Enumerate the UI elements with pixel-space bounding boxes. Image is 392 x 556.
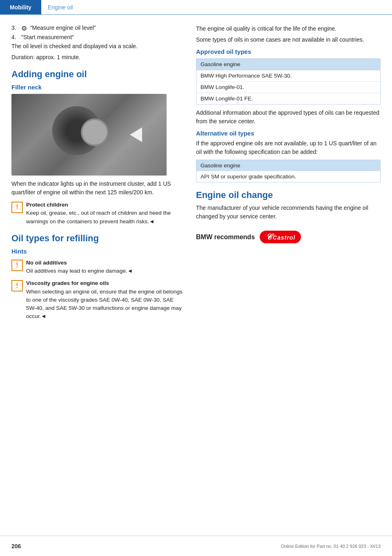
warning-icon-3: !: [11, 280, 23, 291]
body-text-2: Duration: approx. 1 minute.: [11, 53, 183, 62]
approved-footer-text: Additional information about the approve…: [196, 109, 381, 126]
step-3: 3. ⚙ "Measure engine oil level": [11, 24, 183, 32]
warning-title-1: Protect children: [26, 201, 183, 209]
approved-row-3: BMW Longlife-01 FE.: [196, 93, 380, 104]
filler-neck-heading: Filler neck: [11, 84, 183, 91]
approved-heading: Approved oil types: [196, 48, 381, 55]
bmw-recommends-section: BMW recommends 𝒞Castrol: [196, 231, 381, 243]
arrow-pointer: [130, 127, 142, 142]
intro-text-2: Some types of oils in some cases are not…: [196, 36, 381, 44]
engine-oil-change-heading: Engine oil change: [196, 190, 381, 200]
step-4-text: "Start measurement": [21, 34, 74, 40]
engine-change-text: The manufacturer of your vehicle recomme…: [196, 204, 381, 221]
bmw-recommends-label: BMW recommends: [196, 234, 255, 241]
alternative-heading: Alternative oil types: [196, 130, 381, 137]
step-4: 4. "Start measurement": [11, 34, 183, 40]
castrol-c-letter: 𝒞: [265, 232, 272, 241]
approved-table-header: Gasoline engine: [196, 59, 380, 70]
warning-box-1: ! Protect children Keep oil, grease, etc…: [11, 201, 183, 226]
step-3-text: "Measure engine oil level": [29, 24, 96, 31]
castrol-logo: 𝒞Castrol: [260, 231, 301, 243]
alt-table-header: Gasoline engine: [196, 160, 380, 171]
alt-row-1: API SM or superior grade specification.: [196, 171, 380, 182]
warning-text-2: No oil additives Oil additives may lead …: [26, 259, 133, 276]
page-number: 206: [11, 543, 21, 549]
warning-body-2: Oil additives may lead to engine damage.…: [26, 267, 133, 275]
approved-table: Gasoline engine BMW High Performance SAE…: [196, 58, 381, 105]
approved-row-2: BMW Longlife-01.: [196, 82, 380, 93]
warning-title-3: Viscosity grades for engine oils: [26, 279, 183, 287]
left-column: 3. ⚙ "Measure engine oil level" 4. "Star…: [11, 24, 183, 325]
intro-text-1: The engine oil quality is critical for t…: [196, 24, 381, 33]
step-3-icon: ⚙: [21, 24, 27, 32]
warning-title-2: No oil additives: [26, 259, 133, 267]
page-footer: 206 Online Edition for Part no. 01 40 2 …: [0, 536, 392, 556]
adding-engine-oil-heading: Adding engine oil: [11, 69, 183, 80]
step-3-num: 3.: [11, 24, 21, 31]
alternative-table: Gasoline engine API SM or superior grade…: [196, 160, 381, 182]
alternative-intro: If the approved engine oils are not avai…: [196, 139, 381, 156]
approved-row-1: BMW High Performance SAE 5W-30.: [196, 70, 380, 82]
warning-body-3: When selecting an engine oil, ensure tha…: [26, 288, 183, 321]
warning-box-3: ! Viscosity grades for engine oils When …: [11, 279, 183, 320]
indicator-text: When the indicator lights up in the inst…: [11, 180, 183, 197]
main-content: 3. ⚙ "Measure engine oil level" 4. "Star…: [0, 15, 392, 349]
warning-box-2: ! No oil additives Oil additives may lea…: [11, 259, 183, 276]
warning-text-1: Protect children Keep oil, grease, etc.,…: [26, 201, 183, 226]
warning-body-1: Keep oil, grease, etc., out of reach of …: [26, 209, 183, 226]
header-engine-oil: Engine oil: [41, 0, 80, 14]
header-mobility: Mobility: [0, 0, 41, 14]
engine-filler-image: [11, 94, 167, 176]
page-header: Mobility Engine oil: [0, 0, 392, 15]
warning-text-3: Viscosity grades for engine oils When se…: [26, 279, 183, 320]
step-4-num: 4.: [11, 34, 21, 40]
hints-heading: Hints: [11, 248, 183, 255]
oil-types-heading: Oil types for refilling: [11, 233, 183, 244]
right-column: The engine oil quality is critical for t…: [196, 24, 381, 325]
warning-icon-2: !: [11, 260, 23, 271]
warning-icon-1: !: [11, 202, 23, 213]
edition-text: Online Edition for Part no. 01 40 2 926 …: [281, 544, 381, 549]
body-text-1: The oil level is checked and displayed v…: [11, 42, 183, 51]
